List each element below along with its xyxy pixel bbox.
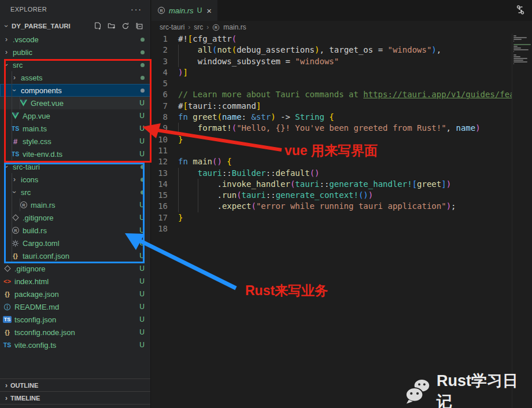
file-row-tsconfig-json[interactable]: TStsconfig.jsonU [0, 313, 150, 326]
close-icon[interactable]: × [206, 6, 212, 16]
code-line[interactable]: 2all(not(debug_assertions), target_os = … [152, 45, 512, 56]
file-label: tsconfig.node.json [14, 328, 75, 337]
modified-dot [141, 190, 145, 194]
tab-main-rs[interactable]: R main.rs U × [152, 0, 217, 21]
new-file-icon[interactable] [94, 22, 102, 30]
outline-section[interactable]: › OUTLINE [0, 378, 150, 391]
file-row--gitignore[interactable]: .gitignoreU [0, 262, 150, 275]
project-name: DY_PARSE_TAURI [12, 23, 94, 30]
folder-row-assets[interactable]: ›assets [0, 71, 150, 84]
folder-row-components[interactable]: ›components [0, 84, 150, 97]
code-line[interactable]: 6// Learn more about Tauri commands at h… [152, 89, 512, 100]
untracked-badge: U [139, 303, 145, 311]
code-line[interactable]: 13tauri::Builder::default() [152, 168, 512, 179]
file-label: App.vue [23, 112, 50, 120]
breadcrumb-main-rs[interactable]: main.rs [223, 23, 246, 31]
chevron-down-icon: › [10, 86, 19, 94]
untracked-badge: U [139, 201, 145, 209]
file-row-vite-config-ts[interactable]: TSvite.config.tsU [0, 339, 150, 351]
file-row-readme-md[interactable]: README.mdU [0, 300, 150, 313]
modified-dot [141, 76, 145, 80]
open-changes-icon[interactable] [515, 4, 526, 18]
code-line[interactable]: 7#[tauri::command] [152, 101, 512, 112]
file-row-app-vue[interactable]: App.vueU [0, 109, 150, 122]
timeline-section[interactable]: › TIMELINE [0, 391, 150, 404]
code-line[interactable]: 4)] [152, 67, 512, 78]
untracked-badge: U [139, 150, 145, 158]
cutoff-section: › [0, 404, 150, 408]
tab-bar: R main.rs U × [152, 0, 532, 21]
project-root-row[interactable]: › DY_PARSE_TAURI [0, 20, 150, 32]
file-label: .gitignore [14, 264, 45, 273]
file-label: Cargo.toml [23, 239, 60, 248]
code-line[interactable]: 17} [152, 212, 512, 223]
code-line[interactable]: 9format!("Hello, {}! You've been greeted… [152, 123, 512, 134]
file-row-greet-vue[interactable]: Greet.vueU [0, 97, 150, 109]
file-row-cargo-toml[interactable]: Cargo.tomlU [0, 237, 150, 249]
untracked-badge: U [139, 315, 145, 324]
file-label: tsconfig.json [14, 315, 56, 324]
folder-row-src[interactable]: ›src [0, 186, 150, 199]
file-label: icons [21, 175, 38, 184]
minimap[interactable] [512, 34, 532, 408]
file-label: main.ts [23, 124, 47, 133]
new-folder-icon[interactable] [108, 22, 116, 30]
file-row--gitignore[interactable]: .gitignoreU [0, 211, 150, 224]
code-line[interactable]: 12fn main() { [152, 156, 512, 167]
chevron-right-icon: › [2, 394, 10, 402]
untracked-badge: U [139, 264, 145, 273]
file-label: main.rs [31, 201, 56, 209]
file-row-tsconfig-node-json[interactable]: {}tsconfig.node.jsonU [0, 326, 150, 339]
file-row-tauri-conf-json[interactable]: {}tauri.conf.jsonU [0, 249, 150, 262]
code-line[interactable]: 11 [152, 145, 512, 156]
chevron-right-icon: › [2, 35, 10, 43]
folder-row-src-tauri[interactable]: ›src-tauri [0, 160, 150, 173]
file-row-index-html[interactable]: <>index.htmlU [0, 275, 150, 288]
file-row-vite-env-d-ts[interactable]: TSvite-env.d.tsU [0, 148, 150, 160]
file-label: index.html [14, 277, 49, 286]
file-row-main-ts[interactable]: TSmain.tsU [0, 122, 150, 135]
svg-text:R: R [14, 228, 17, 233]
chevron-down-icon: › [10, 188, 19, 196]
svg-text:R: R [215, 25, 217, 29]
untracked-badge: U [139, 137, 145, 145]
code-line[interactable]: 14.invoke_handler(tauri::generate_handle… [152, 179, 512, 190]
code-line[interactable]: 1#![cfg_attr( [152, 34, 512, 45]
file-row-package-json[interactable]: {}package.jsonU [0, 288, 150, 300]
file-row-main-rs[interactable]: Rmain.rsU [0, 199, 150, 211]
more-actions-icon[interactable]: ··· [131, 5, 142, 14]
tsconfig-icon: TS [2, 316, 12, 323]
folder-row-src[interactable]: ›src [0, 58, 150, 71]
code-line[interactable]: 8fn greet(name: &str) -> String { [152, 112, 512, 123]
folder-row-icons[interactable]: ›icons [0, 173, 150, 186]
folder-row-public[interactable]: ›public [0, 46, 150, 58]
file-label: src [13, 61, 23, 69]
json-icon: {} [2, 329, 12, 336]
collapse-all-icon[interactable] [135, 22, 143, 30]
typescript-icon: TS [2, 341, 12, 348]
folder-row--vscode[interactable]: ›.vscode [0, 33, 150, 46]
code-line[interactable]: 10} [152, 134, 512, 145]
file-label: components [21, 86, 62, 95]
vscode-window: EXPLORER ··· › DY_PARSE_TAURI ›.vscode›p… [0, 0, 532, 408]
code-editor[interactable]: 1#![cfg_attr(2all(not(debug_assertions),… [152, 34, 512, 408]
file-row-style-css[interactable]: #style.cssU [0, 135, 150, 148]
chevron-down-icon: › [2, 61, 10, 69]
code-line[interactable]: 5 [152, 78, 512, 89]
modified-dot [141, 89, 145, 93]
code-line[interactable]: 16.expect("error while running tauri app… [152, 201, 512, 212]
tab-title: main.rs [169, 6, 194, 15]
refresh-icon[interactable] [121, 22, 130, 30]
explorer-header: EXPLORER ··· [0, 0, 150, 16]
code-line[interactable]: 3windows_subsystem = "windows" [152, 56, 512, 67]
file-label: .gitignore [23, 214, 53, 222]
chevron-right-icon: › [2, 48, 10, 56]
code-line[interactable]: 15.run(tauri::generate_context!()) [152, 190, 512, 201]
info-icon [2, 303, 12, 311]
file-label: public [13, 48, 32, 57]
breadcrumb-src[interactable]: src [194, 23, 203, 31]
untracked-badge: U [139, 239, 145, 247]
file-row-build-rs[interactable]: Rbuild.rsU [0, 224, 150, 237]
code-line[interactable]: 18 [152, 223, 512, 234]
breadcrumb-src-tauri[interactable]: src-tauri [160, 23, 184, 31]
